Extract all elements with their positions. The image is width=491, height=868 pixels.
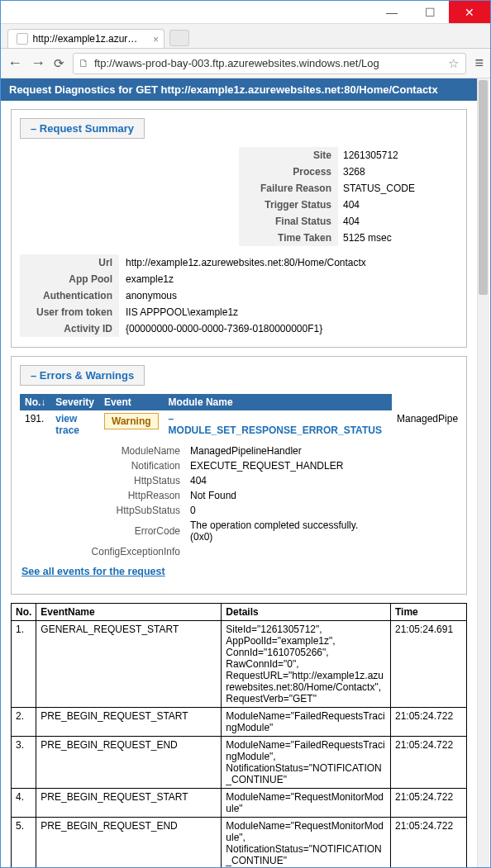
events-cell-event: PRE_BEGIN_REQUEST_START: [36, 708, 222, 737]
detail-error-code: The operation completed successfully. (0…: [185, 518, 458, 544]
summary-full-table: Urlhttp://example1z.azurewebsites.net:80…: [20, 254, 458, 337]
events-cell-event: GENERAL_REQUEST_START: [36, 621, 222, 708]
events-cell-no: 2.: [12, 708, 36, 737]
tab-favicon: [17, 33, 28, 45]
errors-table: No.↓ Severity Event Module Name 191. vie…: [20, 394, 458, 439]
detail-config-exception: [185, 544, 458, 559]
detail-http-reason: Not Found: [185, 488, 458, 503]
browser-tabstrip: http://example1z.azurewe ×: [1, 24, 490, 49]
summary-process: 3268: [338, 164, 458, 180]
summary-trigger-status: 404: [338, 197, 458, 213]
events-cell-no: 3.: [12, 737, 36, 789]
browser-window: — ☐ ✕ http://example1z.azurewe × ← → ⟳ 🗋…: [0, 0, 491, 868]
col-severity: Severity: [50, 394, 99, 410]
summary-authentication: anonymous: [119, 287, 458, 304]
events-cell-event: PRE_BEGIN_REQUEST_END: [36, 818, 222, 868]
hamburger-menu-button[interactable]: ≡: [474, 55, 484, 72]
errors-warnings-panel: Errors & Warnings No.↓ Severity Event Mo…: [11, 356, 467, 595]
error-row-no: 191.: [20, 410, 50, 439]
detail-module-name: ManagedPipelineHandler: [185, 443, 458, 458]
events-cell-event: PRE_BEGIN_REQUEST_START: [36, 789, 222, 818]
error-detail-table: ModuleNameManagedPipelineHandler Notific…: [20, 443, 458, 559]
address-bar[interactable]: 🗋 ftp://waws-prod-bay-003.ftp.azurewebsi…: [73, 53, 466, 74]
see-all-events-link[interactable]: See all events for the request: [20, 559, 458, 584]
events-cell-no: 4.: [12, 789, 36, 818]
summary-app-pool: example1z: [119, 271, 458, 287]
page-title-banner: Request Diagnostics for GET http://examp…: [1, 78, 477, 101]
summary-failure-reason: STATUS_CODE: [338, 180, 458, 197]
events-row: 3.PRE_BEGIN_REQUEST_ENDModuleName="Faile…: [12, 737, 467, 789]
events-col-details: Details: [222, 604, 391, 621]
events-col-no: No.: [12, 604, 36, 621]
events-cell-no: 5.: [12, 818, 36, 868]
events-cell-event: PRE_BEGIN_REQUEST_END: [36, 737, 222, 789]
window-maximize-button[interactable]: ☐: [411, 1, 449, 23]
events-cell-details: ModuleName="FailedRequestsTracingModule"…: [222, 737, 391, 789]
error-event-link[interactable]: MODULE_SET_RESPONSE_ERROR_STATUS: [169, 413, 382, 436]
events-cell-time: 21:05:24.722: [391, 708, 467, 737]
summary-activity-id: {00000000-0000-0000-7369-0180000000F1}: [119, 320, 458, 337]
detail-http-substatus: 0: [185, 503, 458, 518]
forward-button[interactable]: →: [31, 55, 45, 72]
address-bar-url: ftp://waws-prod-bay-003.ftp.azurewebsite…: [94, 57, 441, 69]
summary-right-table: Site1261305712 Process3268 Failure Reaso…: [239, 147, 458, 246]
window-titlebar: — ☐ ✕: [1, 1, 490, 24]
tab-close-icon[interactable]: ×: [153, 34, 159, 45]
events-cell-details: ModuleName="RequestMonitorModule", Notif…: [222, 818, 391, 868]
events-cell-details: ModuleName="RequestMonitorModule": [222, 789, 391, 818]
window-close-button[interactable]: ✕: [449, 1, 490, 23]
summary-user-from-token: IIS APPPOOL\example1z: [119, 304, 458, 320]
request-summary-toggle[interactable]: Request Summary: [20, 118, 145, 139]
col-no[interactable]: No.↓: [20, 394, 50, 410]
col-module: Module Name: [164, 394, 392, 410]
browser-toolbar: ← → ⟳ 🗋 ftp://waws-prod-bay-003.ftp.azur…: [1, 49, 490, 78]
events-cell-time: 21:05:24.722: [391, 789, 467, 818]
events-row: 2.PRE_BEGIN_REQUEST_STARTModuleName="Fai…: [12, 708, 467, 737]
events-row: 1.GENERAL_REQUEST_STARTSiteId="126130571…: [12, 621, 467, 708]
events-cell-time: 21:05:24.722: [391, 818, 467, 868]
scrollbar-track[interactable]: [477, 78, 489, 867]
events-row: 5.PRE_BEGIN_REQUEST_ENDModuleName="Reque…: [12, 818, 467, 868]
summary-site: 1261305712: [338, 147, 458, 164]
events-col-time: Time: [391, 604, 467, 621]
request-summary-panel: Request Summary Site1261305712 Process32…: [11, 109, 467, 348]
window-minimize-button[interactable]: —: [373, 1, 411, 23]
summary-url: http://example1z.azurewebsites.net:80/Ho…: [119, 254, 458, 271]
events-row: 4.PRE_BEGIN_REQUEST_STARTModuleName="Req…: [12, 789, 467, 818]
new-tab-button[interactable]: [169, 30, 189, 46]
page-viewport: Request Diagnostics for GET http://examp…: [1, 78, 490, 867]
errors-warnings-toggle[interactable]: Errors & Warnings: [20, 365, 145, 386]
tab-title: http://example1z.azurewe: [33, 33, 142, 45]
scrollbar-thumb[interactable]: [479, 80, 488, 295]
reload-button[interactable]: ⟳: [54, 56, 64, 71]
severity-badge: Warning: [104, 413, 159, 429]
bookmark-star-icon[interactable]: ☆: [441, 56, 465, 71]
events-cell-time: 21:05:24.691: [391, 621, 467, 708]
back-button[interactable]: ←: [7, 55, 22, 72]
view-trace-link[interactable]: view trace: [55, 413, 79, 436]
browser-tab[interactable]: http://example1z.azurewe ×: [7, 29, 164, 48]
events-cell-time: 21:05:24.722: [391, 737, 467, 789]
summary-final-status: 404: [338, 213, 458, 230]
site-info-icon[interactable]: 🗋: [74, 57, 94, 69]
col-event: Event: [99, 394, 164, 410]
events-table: No. EventName Details Time 1.GENERAL_REQ…: [11, 603, 467, 867]
error-module-name: ManagedPipelineHa: [392, 410, 458, 439]
events-col-event: EventName: [36, 604, 222, 621]
summary-time-taken: 5125 msec: [338, 230, 458, 246]
detail-notification: EXECUTE_REQUEST_HANDLER: [185, 458, 458, 473]
events-cell-details: ModuleName="FailedRequestsTracingModule": [222, 708, 391, 737]
events-cell-details: SiteId="1261305712", AppPoolId="example1…: [222, 621, 391, 708]
events-cell-no: 1.: [12, 621, 36, 708]
detail-http-status: 404: [185, 473, 458, 488]
